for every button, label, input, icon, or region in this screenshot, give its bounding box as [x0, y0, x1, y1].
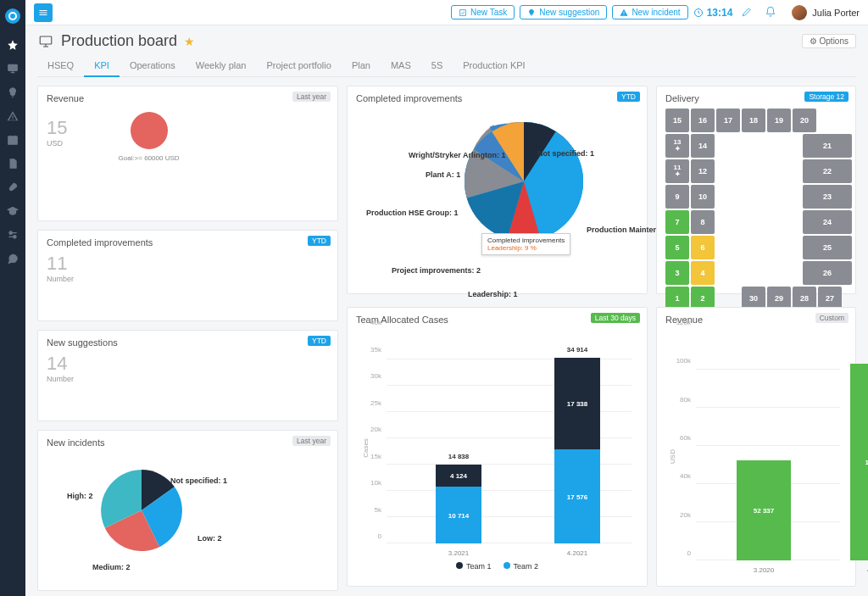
storage-cell[interactable]: 24 [803, 210, 852, 234]
new-task-button[interactable]: New Task [451, 5, 515, 19]
tab-plan[interactable]: Plan [342, 55, 381, 76]
storage-cell[interactable]: 25 [803, 236, 852, 259]
delivery-map: 15 16 17 18 19 20 13✦ 14 21 11✦ 12 22 9 [665, 109, 852, 287]
storage-cell[interactable]: 5 [665, 236, 689, 259]
sidebar-item-alert[interactable] [7, 110, 19, 122]
tab-5s[interactable]: 5S [421, 55, 453, 76]
x-label: 3.2020 [754, 566, 774, 574]
pie-label: Not specified: 1 [537, 149, 594, 158]
x-label: 4.2021 [567, 549, 587, 557]
storage-cell[interactable]: 10 [691, 185, 715, 209]
storage-cell[interactable]: 12 [691, 159, 715, 183]
sidebar-item-education[interactable] [7, 205, 19, 217]
tab-project-portfolio[interactable]: Project portfolio [256, 55, 341, 76]
sidebar-item-bulb[interactable] [7, 86, 19, 98]
storage-cell[interactable]: 16 [691, 109, 715, 132]
sidebar-item-document[interactable] [7, 158, 19, 170]
new-suggestion-button[interactable]: New suggestion [520, 5, 607, 19]
clock: 13:14 [693, 7, 733, 19]
card-title: New incidents [47, 437, 329, 448]
card-title: New suggestions [47, 337, 329, 348]
card-revenue-goal: Revenue Last year 15 USD Goal:>= 60000 U… [37, 86, 338, 221]
tab-hseq[interactable]: HSEQ [37, 55, 84, 76]
x-label: 3.2021 [448, 549, 469, 557]
stat-unit: Number [47, 375, 329, 383]
svg-rect-6 [40, 36, 52, 44]
card-delivery: Delivery Storage 12 15 16 17 18 19 20 13… [656, 86, 856, 294]
stat-unit: Number [47, 275, 329, 283]
svg-rect-4 [460, 9, 466, 15]
card-title: Completed improvements [47, 237, 329, 248]
topbar: New Task New suggestion New incident 13:… [25, 0, 868, 25]
storage-cell[interactable]: 11✦ [665, 159, 689, 183]
app-logo [5, 8, 20, 24]
storage-cell[interactable]: 22 [803, 159, 852, 183]
card-new-incidents: New incidents Last year Not specified: 1… [37, 430, 338, 591]
tab-weekly-plan[interactable]: Weekly plan [186, 55, 257, 76]
sidebar-item-rocket[interactable] [7, 181, 19, 193]
tab-production-kpi[interactable]: Production KPI [453, 55, 535, 76]
tab-operations[interactable]: Operations [120, 55, 186, 76]
menu-toggle-button[interactable] [34, 3, 53, 22]
badge: Custom [815, 313, 849, 323]
monitor-icon [37, 34, 54, 49]
user-name: Julia Porter [812, 8, 860, 18]
card-completed-kpi: Completed improvements YTD 11 Number [37, 230, 338, 321]
storage-cell[interactable]: 14 [691, 134, 715, 158]
svg-point-3 [14, 236, 16, 239]
storage-cell[interactable]: 13✦ [665, 134, 689, 158]
storage-cell[interactable]: 17 [716, 109, 740, 132]
pie-label: Production HSE Group: 1 [366, 209, 459, 217]
badge: YTD [308, 236, 331, 246]
sidebar-item-settings[interactable] [7, 229, 19, 241]
storage-cell[interactable]: 21 [803, 134, 852, 158]
storage-cell[interactable]: 15 [665, 109, 689, 132]
new-incident-button[interactable]: New incident [612, 5, 687, 19]
card-title: Completed improvements [356, 93, 638, 103]
chart-tooltip: Completed improvements Leadership: 9 % [481, 233, 570, 255]
tab-kpi[interactable]: KPI [84, 55, 120, 77]
storage-cell[interactable]: 9 [665, 185, 689, 209]
card-completed-improvements-pie: Completed improvements YTD [347, 86, 648, 294]
page-header: Production board ★ ⚙Options [37, 32, 856, 50]
storage-cell[interactable]: 3 [665, 261, 689, 285]
storage-cell[interactable]: 7 [665, 210, 689, 234]
badge: Last year [292, 436, 331, 446]
stat-value: 11 [47, 253, 329, 275]
tab-mas[interactable]: MAS [381, 55, 421, 76]
pie-label: Medium: 2 [92, 563, 131, 571]
pie-label: Project improvements: 2 [392, 266, 481, 275]
edit-icon[interactable] [737, 6, 756, 19]
badge: Last 30 days [591, 313, 640, 323]
star-icon[interactable]: ★ [184, 35, 195, 48]
sidebar-item-calendar[interactable] [7, 134, 19, 146]
sidebar-item-monitor[interactable] [7, 63, 19, 75]
storage-cell[interactable]: 26 [803, 261, 852, 285]
svg-rect-1 [8, 136, 18, 144]
bell-icon[interactable] [761, 6, 780, 19]
pie-label: Low: 2 [198, 534, 222, 543]
stat-unit: USD [47, 139, 67, 148]
options-button[interactable]: ⚙Options [802, 34, 856, 48]
storage-cell[interactable]: 4 [691, 261, 715, 285]
badge-storage: Storage 12 [804, 92, 849, 102]
storage-cell[interactable]: 18 [742, 109, 765, 132]
badge-ytd: YTD [617, 92, 640, 102]
storage-cell[interactable]: 20 [793, 109, 816, 132]
sidebar-item-favorites[interactable] [7, 39, 19, 51]
bar-total: 34 914 [567, 346, 587, 354]
sidebar-item-chat[interactable] [7, 253, 19, 265]
storage-cell[interactable]: 23 [803, 185, 852, 209]
bar-total: 14 838 [448, 453, 469, 460]
stat-value: 14 [47, 353, 329, 375]
user-menu[interactable]: Julia Porter [792, 5, 860, 20]
storage-cell[interactable]: 19 [767, 109, 791, 132]
y-axis: 0 20k 40k 60k 80k 100k 120k [669, 330, 694, 560]
card-new-suggestions: New suggestions YTD 14 Number [37, 330, 338, 421]
svg-rect-0 [8, 64, 18, 70]
storage-cell[interactable]: 8 [691, 210, 715, 234]
card-title: Revenue [47, 93, 329, 103]
pie-label: High: 2 [67, 492, 93, 500]
storage-cell[interactable]: 6 [691, 236, 715, 259]
card-team-allocated-cases: Team Allocated Cases Last 30 days Cases … [347, 307, 648, 587]
